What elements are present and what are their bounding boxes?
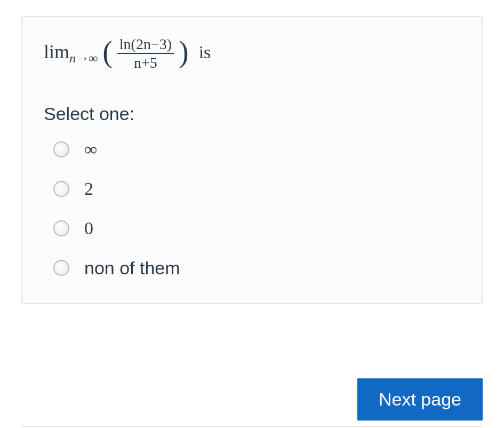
question-stem: limn→∞ ( ln(2n−3) n+5 ) is (44, 36, 460, 72)
question-trailing: is (199, 42, 211, 62)
radio-icon[interactable] (53, 141, 69, 157)
paren-close: ) (179, 35, 189, 68)
question-card: limn→∞ ( ln(2n−3) n+5 ) is Select one: ∞… (21, 16, 483, 304)
radio-icon[interactable] (53, 181, 69, 197)
select-one-label: Select one: (44, 104, 460, 124)
option-row[interactable]: 2 (53, 179, 460, 199)
paren-open: ( (102, 35, 113, 68)
next-page-button[interactable]: Next page (357, 378, 483, 421)
fraction-numerator: ln(2n−3) (117, 36, 174, 54)
option-label: 0 (84, 218, 93, 239)
option-label: ∞ (84, 139, 97, 160)
option-label: non of them (84, 258, 180, 279)
option-row[interactable]: non of them (53, 258, 460, 279)
fraction: ln(2n−3) n+5 (117, 36, 174, 72)
limit-subscript: n→∞ (69, 51, 98, 65)
radio-icon[interactable] (53, 220, 69, 236)
option-row[interactable]: 0 (53, 218, 460, 239)
limit-operator: lim (44, 41, 69, 62)
option-row[interactable]: ∞ (53, 139, 460, 160)
radio-icon[interactable] (53, 260, 69, 276)
divider (21, 426, 483, 427)
option-label: 2 (84, 179, 93, 199)
page-wrap: limn→∞ ( ln(2n−3) n+5 ) is Select one: ∞… (0, 0, 504, 428)
fraction-denominator: n+5 (117, 54, 174, 72)
